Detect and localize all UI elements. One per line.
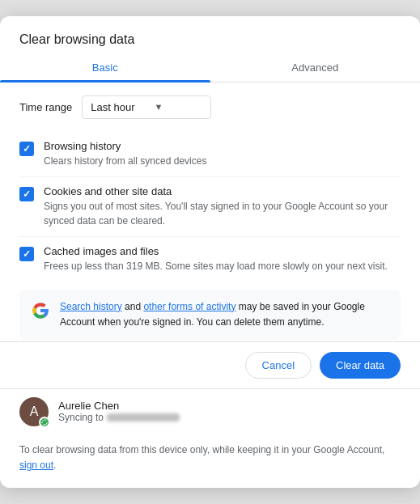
tab-basic[interactable]: Basic	[0, 53, 210, 82]
footer-text-after: .	[53, 460, 56, 471]
other-activity-link[interactable]: other forms of activity	[143, 301, 235, 312]
checkbox-cached[interactable]: ✓	[19, 247, 34, 261]
time-range-label: Time range	[19, 101, 72, 113]
sign-out-link[interactable]: sign out	[19, 460, 53, 471]
item-desc-cached: Frees up less than 319 MB. Some sites ma…	[44, 259, 401, 273]
time-range-row: Time range Last hour ▼	[19, 95, 401, 119]
item-title-browsing-history: Browsing history	[44, 140, 401, 152]
sync-email-blur	[107, 413, 180, 421]
user-row: A Aurelie Chen Syncing to	[0, 388, 420, 434]
sync-badge	[39, 417, 50, 428]
item-title-cookies: Cookies and other site data	[44, 185, 401, 197]
dialog-body: Time range Last hour ▼ ✓ Browsing histor…	[0, 83, 420, 341]
checkbox-cookies[interactable]: ✓	[19, 187, 34, 201]
avatar-letter: A	[30, 404, 39, 419]
clear-browsing-data-dialog: Clear browsing data Basic Advanced Time …	[0, 16, 420, 488]
checkboxes-list: ✓ Browsing history Clears history from a…	[19, 132, 401, 282]
footer-text-before: To clear browsing data from this device …	[19, 444, 384, 455]
footer-text: To clear browsing data from this device …	[0, 434, 420, 488]
cancel-button[interactable]: Cancel	[245, 352, 312, 379]
clear-data-button[interactable]: Clear data	[320, 352, 401, 379]
dialog-title: Clear browsing data	[0, 16, 420, 47]
user-name: Aurelie Chen	[58, 400, 401, 412]
checkmark-icon: ✓	[23, 144, 31, 154]
action-row: Cancel Clear data	[0, 341, 420, 388]
item-desc-cookies: Signs you out of most sites. You'll stay…	[44, 199, 401, 228]
item-title-cached: Cached images and files	[44, 245, 401, 257]
info-box: Search history and other forms of activi…	[19, 290, 401, 340]
user-sync-label: Syncing to	[58, 412, 401, 423]
time-range-value: Last hour	[91, 101, 134, 113]
chevron-down-icon: ▼	[154, 102, 163, 112]
checkmark-icon: ✓	[23, 189, 31, 199]
time-range-select[interactable]: Last hour ▼	[82, 95, 211, 119]
checkbox-browsing-history[interactable]: ✓	[19, 142, 34, 156]
sync-icon	[41, 419, 48, 426]
search-history-link[interactable]: Search history	[60, 301, 122, 312]
info-box-text: Search history and other forms of activi…	[60, 299, 389, 330]
item-desc-browsing-history: Clears history from all synced devices	[44, 154, 401, 168]
tab-advanced[interactable]: Advanced	[210, 53, 421, 82]
checkmark-icon: ✓	[23, 249, 31, 259]
tabs-container: Basic Advanced	[0, 53, 420, 83]
avatar-wrap: A	[19, 397, 49, 426]
checkbox-item-browsing-history: ✓ Browsing history Clears history from a…	[19, 132, 401, 177]
checkbox-item-cached: ✓ Cached images and files Frees up less …	[19, 237, 401, 282]
user-info: Aurelie Chen Syncing to	[58, 400, 401, 423]
checkbox-item-cookies: ✓ Cookies and other site data Signs you …	[19, 177, 401, 237]
google-g-icon	[31, 301, 50, 320]
